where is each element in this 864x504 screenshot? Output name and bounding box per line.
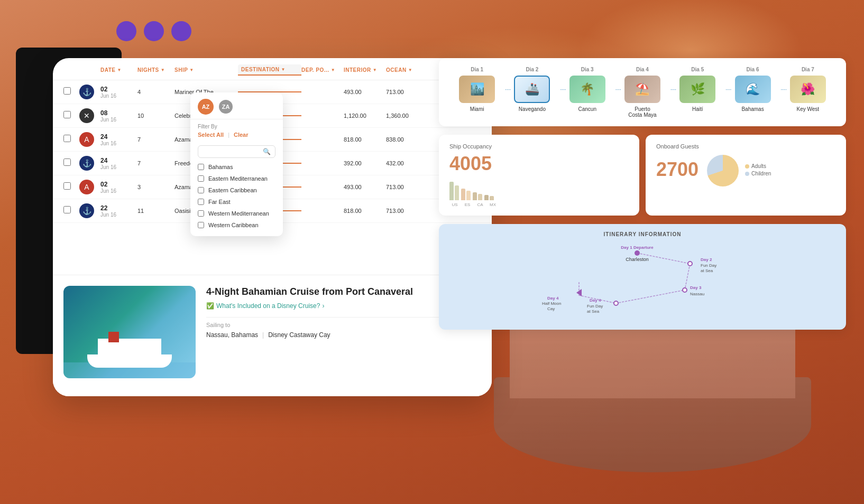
- day-label-7: Dia 7: [802, 67, 814, 72]
- cruise-image: [63, 286, 196, 378]
- row-checkbox[interactable]: [63, 111, 71, 118]
- bar-group-us: [449, 182, 459, 200]
- day-image-keywest: 🌺: [790, 76, 826, 103]
- window-controls: [116, 21, 191, 41]
- col-dest-header[interactable]: DESTINATION ▼: [238, 64, 301, 76]
- stats-row: Ship Occupancy 4005: [439, 135, 846, 216]
- row-checkbox[interactable]: [63, 135, 71, 142]
- bar-group-mx: [484, 195, 494, 200]
- filter-option-eastcar[interactable]: Eastern Caribbean: [190, 184, 283, 196]
- onboard-guests-value: 2700: [656, 158, 698, 181]
- day-item-navegando: Dia 2 🚢 Navegando ····: [504, 67, 559, 112]
- avatar-az[interactable]: AZ: [198, 99, 214, 115]
- row-checkbox[interactable]: [63, 182, 71, 190]
- bar-us-1: [449, 182, 454, 200]
- window-dot-2: [144, 21, 164, 41]
- day-image-navegando: 🚢: [514, 76, 550, 103]
- row-checkbox[interactable]: [63, 87, 71, 95]
- destination-1: Nassau, Bahamas: [206, 331, 258, 339]
- map-dot-day2: [688, 262, 692, 266]
- day-item-keywest: Dia 7 🌺 Key West: [780, 67, 835, 112]
- sailing-destinations: Nassau, Bahamas | Disney Castaway Cay: [206, 331, 481, 339]
- option-checkbox-eastcar[interactable]: [198, 187, 204, 193]
- row-logo: ✕: [79, 108, 94, 123]
- filter-search-box[interactable]: 🔍: [198, 145, 275, 158]
- map-label-charleston: Charleston: [626, 257, 649, 262]
- dropdown-avatars: AZ ZA: [190, 92, 283, 119]
- day-name-keywest: Key West: [797, 106, 820, 112]
- legend-children-label: Children: [751, 171, 771, 176]
- filter-search-input[interactable]: [203, 148, 263, 155]
- day-connector-4: ····: [670, 87, 676, 92]
- map-dot-nassau: [683, 288, 687, 292]
- day-name-pcm: PuertoCosta Maya: [628, 106, 656, 118]
- option-label-fareast: Far East: [208, 199, 231, 205]
- bar-label-mx: MX: [488, 202, 498, 207]
- avatar-za[interactable]: ZA: [218, 99, 234, 115]
- filter-by-label: Filter By: [190, 119, 283, 132]
- window-dot-3: [171, 21, 191, 41]
- map-dot-charleston: [635, 250, 640, 256]
- filter-option-eastmed[interactable]: Eastern Mediterranean: [190, 173, 283, 184]
- col-nights-header: NIGHTS ▼: [137, 67, 174, 73]
- ship-occupancy-label: Ship Occupancy: [449, 143, 629, 150]
- filter-option-westmed[interactable]: Western Mediterranean: [190, 208, 283, 219]
- filter-option-westcar[interactable]: Western Caribbean: [190, 219, 283, 231]
- clear-link[interactable]: Clear: [234, 132, 249, 138]
- option-checkbox-westcar[interactable]: [198, 222, 204, 228]
- ship-occupancy-value: 4005: [449, 153, 629, 175]
- day-item-miami: Dia 1 🏙️ Miami ····: [449, 67, 504, 112]
- day-label-2: Dia 2: [526, 67, 538, 72]
- bar-es-1: [461, 189, 465, 200]
- filter-option-bahamas[interactable]: Bahamas: [190, 161, 283, 173]
- day-item-cancun: Dia 3 🌴 Cancun ····: [560, 67, 615, 112]
- col-ship-header: SHIP ▼: [174, 67, 238, 73]
- pie-chart-container: Adults Children: [707, 155, 771, 186]
- option-checkbox-westmed[interactable]: [198, 210, 204, 217]
- row-checkbox[interactable]: [63, 206, 71, 213]
- row-checkbox[interactable]: [63, 158, 71, 166]
- option-label-eastmed: Eastern Mediterranean: [208, 175, 268, 182]
- bar-ca-2: [478, 194, 482, 200]
- bar-ca-1: [473, 192, 477, 200]
- window-dot-1: [116, 21, 136, 41]
- pie-chart: [707, 155, 739, 186]
- option-checkbox-bahamas[interactable]: [198, 164, 204, 170]
- bar-labels: US ES CA MX: [449, 202, 629, 207]
- day-name-haiti: Haití: [692, 106, 703, 112]
- day-image-pcm: ⛱️: [624, 76, 660, 103]
- right-panel: Dia 1 🏙️ Miami ···· Dia 2 🚢 Navegando ··…: [439, 58, 846, 330]
- day-item-pcm: Dia 4 ⛱️ PuertoCosta Maya ····: [615, 67, 670, 118]
- chevron-right-icon: ›: [322, 302, 324, 310]
- map-title: ITINERARY INFORMATION: [447, 231, 838, 237]
- itinerary-map-panel: ITINERARY INFORMATION Day 1 Departure Ch…: [439, 224, 846, 330]
- destination-2: Disney Castaway Cay: [268, 331, 330, 339]
- legend-adults: Adults: [745, 163, 771, 169]
- option-label-westmed: Western Mediterranean: [208, 210, 269, 217]
- legend-adults-label: Adults: [751, 163, 766, 169]
- filter-separator: |: [228, 132, 229, 138]
- row-logo: ⚓: [79, 156, 94, 171]
- bar-es-2: [466, 191, 471, 200]
- day-label-1: Dia 1: [471, 67, 483, 72]
- day-name-bahamas: Bahamas: [741, 106, 764, 112]
- map-label-sea4: at Sea: [587, 309, 600, 314]
- day-image-cancun: 🌴: [569, 76, 605, 103]
- cruise-detail-card: 4-Night Bahamian Cruise from Port Canave…: [53, 275, 492, 396]
- row-logo: ⚓: [79, 85, 94, 99]
- option-checkbox-eastmed[interactable]: [198, 175, 204, 182]
- bar-label-ca: CA: [475, 202, 485, 207]
- map-label-funday4: Fun Day: [587, 304, 603, 309]
- day-image-miami: 🏙️: [459, 76, 495, 103]
- check-icon: ✅: [206, 302, 214, 310]
- select-all-link[interactable]: Select All: [198, 132, 224, 138]
- option-checkbox-fareast[interactable]: [198, 199, 204, 205]
- day-label-4: Dia 4: [636, 67, 649, 72]
- map-dot-day4b: [614, 301, 618, 305]
- filter-option-fareast[interactable]: Far East: [190, 196, 283, 208]
- legend-children: Children: [745, 171, 771, 176]
- day-connector-3: ····: [615, 87, 621, 92]
- day-label-5: Dia 5: [691, 67, 704, 72]
- search-icon: 🔍: [263, 148, 271, 155]
- map-label-day4a: Day 4: [547, 296, 559, 301]
